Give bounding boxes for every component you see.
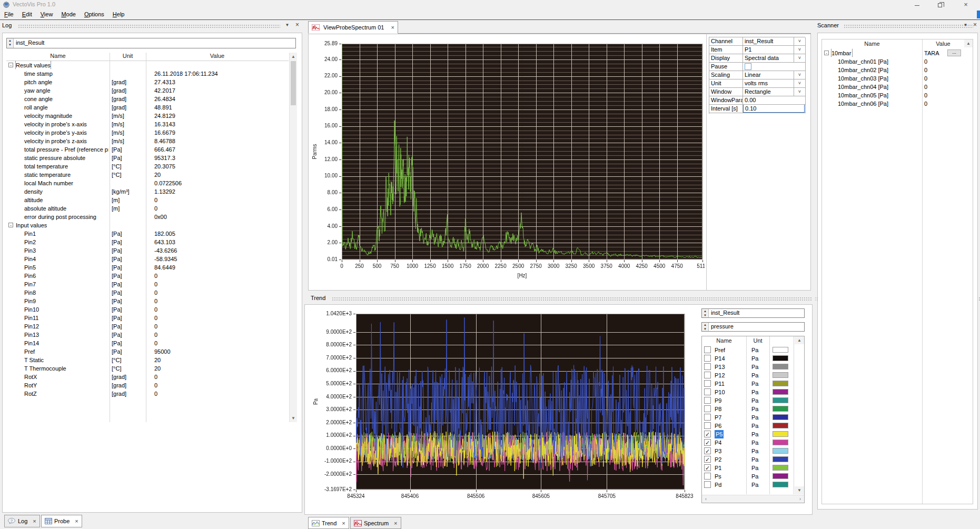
legend-checkbox[interactable]: ✓ [704, 456, 711, 463]
scroll-right-icon[interactable]: › [796, 495, 804, 503]
scanner-channel-row[interactable]: 10mbar_chn06 [Pa]0 [822, 99, 964, 108]
menu-item-help[interactable]: Help [108, 9, 129, 19]
menu-item-options[interactable]: Options [80, 9, 108, 19]
settings-value-dropdown[interactable]: inst_Result [743, 37, 794, 46]
legend-color-swatch[interactable] [773, 372, 788, 378]
tab-close-icon[interactable]: × [394, 517, 397, 529]
trend-group-combo[interactable]: ▲▼ pressure [701, 322, 805, 332]
settings-value-dropdown[interactable]: Linear [743, 71, 794, 79]
table-row[interactable]: Pin6[Pa]0 [6, 272, 289, 280]
table-row[interactable]: RotY[grad]0 [6, 381, 289, 390]
scanner-channel-row[interactable]: 10mbar_chn02 [Pa]0 [822, 66, 964, 74]
dropdown-button[interactable]: ˅ [794, 37, 806, 46]
legend-row-p5[interactable]: ✓P5Pa [702, 430, 794, 438]
legend-color-swatch[interactable] [773, 389, 788, 395]
settings-value-dropdown[interactable]: Rectangle [743, 88, 794, 96]
legend-h-scrollbar[interactable]: ‹› [702, 495, 804, 503]
legend-row-p9[interactable]: P9Pa [702, 396, 794, 405]
tab-trend[interactable]: Trend× [308, 517, 349, 529]
column-header-name[interactable]: Name [702, 337, 746, 344]
tab-probe[interactable]: Probe× [41, 515, 82, 527]
legend-row-pref[interactable]: PrefPa [702, 346, 794, 354]
table-row[interactable]: time stamp26.11.2018 17:06:11.234 [6, 69, 289, 78]
legend-color-swatch[interactable] [773, 347, 788, 353]
legend-checkbox[interactable]: ✓ [704, 431, 711, 437]
combo-spinner[interactable]: ▲ ▼ [7, 38, 14, 48]
table-row[interactable]: Pin2[Pa]643.103 [6, 238, 289, 246]
legend-checkbox[interactable] [704, 414, 711, 421]
column-header-value[interactable]: Value [146, 53, 289, 59]
menu-item-view[interactable]: View [36, 9, 57, 19]
table-row[interactable]: velocity magnitude[m/s]24.8129 [6, 112, 289, 120]
splitter-right[interactable] [813, 20, 815, 517]
legend-checkbox[interactable] [704, 473, 711, 480]
dropdown-button[interactable]: ˅ [794, 88, 806, 96]
dropdown-button[interactable]: ˅ [794, 71, 806, 79]
legend-checkbox[interactable] [704, 388, 711, 395]
legend-color-swatch[interactable] [773, 364, 788, 370]
legend-checkbox[interactable]: ✓ [704, 439, 711, 446]
tree-root-row[interactable]: -10mbarTARA... [822, 49, 964, 57]
legend-checkbox[interactable] [704, 405, 711, 412]
legend-color-swatch[interactable] [773, 381, 788, 386]
group-row[interactable]: -Input values [6, 221, 289, 229]
legend-checkbox[interactable] [704, 422, 711, 429]
table-row[interactable]: absolute altitude[m]0 [6, 204, 289, 213]
tab-close-icon[interactable]: × [33, 515, 36, 527]
legend-row-ps[interactable]: PsPa [702, 472, 794, 481]
table-row[interactable]: Pin12[Pa]0 [6, 322, 289, 331]
table-row[interactable]: Pin9[Pa]0 [6, 297, 289, 305]
table-row[interactable]: static pressure absolute[Pa]95317.3 [6, 154, 289, 162]
log-channel-combo[interactable]: ▲ ▼ inst_Result [6, 38, 296, 48]
tab-close-icon[interactable]: × [75, 515, 78, 527]
table-row[interactable]: Pin13[Pa]0 [6, 331, 289, 339]
table-row[interactable]: cone angle[grad]26.4834 [6, 95, 289, 103]
legend-row-p11[interactable]: P11Pa [702, 380, 794, 388]
table-row[interactable]: Pref[Pa]95000 [6, 347, 289, 356]
table-row[interactable]: RotX[grad]0 [6, 373, 289, 381]
table-row[interactable]: Pin5[Pa]84.6449 [6, 263, 289, 272]
table-row[interactable]: total temperature[°C]20.3075 [6, 162, 289, 171]
tab-close-icon[interactable]: × [342, 517, 345, 529]
table-row[interactable]: density[kg/m³]1.13292 [6, 187, 289, 196]
legend-color-swatch[interactable] [773, 448, 788, 454]
legend-row-p8[interactable]: P8Pa [702, 405, 794, 413]
legend-color-swatch[interactable] [773, 440, 788, 445]
combo-spinner[interactable]: ▲▼ [702, 323, 709, 331]
scroll-up-icon[interactable]: ▲ [964, 39, 973, 47]
dropdown-button[interactable]: ˅ [794, 54, 806, 63]
legend-row-pd[interactable]: PdPa [702, 481, 794, 489]
column-header-name[interactable]: Name [6, 53, 110, 59]
log-table-scrollbar[interactable]: ▲ ▼ [289, 53, 297, 422]
legend-color-swatch[interactable] [773, 473, 788, 479]
table-row[interactable]: velocity in probe's y-axis[m/s]16.6679 [6, 128, 289, 137]
legend-row-p6[interactable]: P6Pa [702, 422, 794, 430]
legend-color-swatch[interactable] [773, 431, 788, 437]
table-row[interactable]: Pin14[Pa]0 [6, 339, 289, 347]
legend-color-swatch[interactable] [773, 456, 788, 462]
settings-value-dropdown[interactable]: volts rms [743, 79, 794, 88]
table-row[interactable]: yaw angle[grad]42.2017 [6, 86, 289, 95]
legend-row-p12[interactable]: P12Pa [702, 371, 794, 380]
menu-item-mode[interactable]: Mode [57, 9, 80, 19]
column-header-name[interactable]: Name [822, 41, 922, 47]
group-row[interactable]: -Result values [6, 61, 289, 69]
table-row[interactable]: Pin7[Pa]0 [6, 280, 289, 288]
legend-checkbox[interactable] [704, 397, 711, 404]
table-row[interactable]: Pin3[Pa]-43.6266 [6, 246, 289, 255]
legend-row-p3[interactable]: ✓P3Pa [702, 447, 794, 455]
scanner-channel-row[interactable]: 10mbar_chn05 [Pa]0 [822, 91, 964, 99]
scroll-left-icon[interactable]: ‹ [702, 495, 710, 503]
pause-checkbox[interactable] [745, 63, 751, 70]
table-row[interactable]: velocity in probe's z-axis[m/s]8.46788 [6, 137, 289, 145]
legend-color-swatch[interactable] [773, 423, 788, 428]
table-row[interactable]: altitude[m]0 [6, 196, 289, 204]
legend-row-p14[interactable]: P14Pa [702, 354, 794, 363]
log-panel-menu-button[interactable]: ▼ [283, 21, 291, 29]
table-row[interactable]: Pin10[Pa]0 [6, 305, 289, 314]
dropdown-button[interactable]: ˅ [794, 79, 806, 88]
tab-spectrum[interactable]: Spectrum× [350, 517, 401, 529]
scanner-channel-row[interactable]: 10mbar_chn03 [Pa]0 [822, 74, 964, 83]
table-row[interactable]: Pin1[Pa]182.005 [6, 229, 289, 238]
maximize-button[interactable] [928, 0, 952, 9]
